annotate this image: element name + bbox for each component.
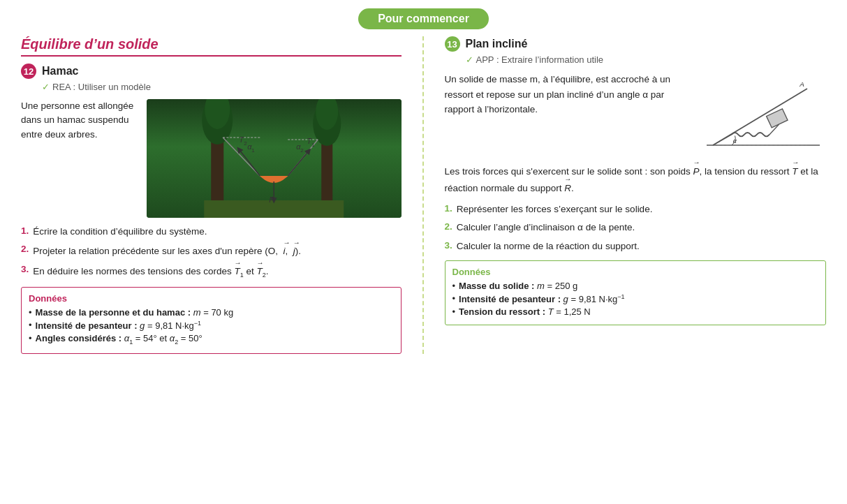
- page-wrapper: Pour commencer Équilibre d’un solide 12 …: [0, 0, 847, 504]
- pour-commencer-badge: Pour commencer: [358, 8, 489, 29]
- svg-line-13: [288, 151, 309, 176]
- competence-12-text: REA : Utiliser un modèle: [52, 82, 151, 92]
- question-13-2-text: Calculer l’angle d’inclinaison α de la p…: [457, 221, 635, 235]
- svg-line-11: [239, 149, 260, 176]
- hammock-image: T 2 T 1 P α 1 α 2 → → →: [147, 99, 402, 218]
- donnees-title-12: Données: [29, 293, 394, 304]
- exercise-12-title: Hamac: [42, 65, 78, 77]
- svg-text:→: →: [307, 135, 312, 142]
- question-12-3-text: En déduire les normes des tensions des c…: [33, 263, 268, 280]
- question-13-1: 1. Représenter les forces s’exerçant sur…: [445, 202, 827, 216]
- inclined-content-block: Un solide de masse m, à l’équilibre, est…: [445, 72, 827, 156]
- vector-R: → R: [564, 174, 571, 196]
- columns: Équilibre d’un solide 12 Hamac ✓ REA : U…: [21, 36, 826, 354]
- svg-text:A: A: [799, 80, 804, 88]
- question-12-1: 1. Écrire la condition d’équilibre du sy…: [21, 225, 402, 239]
- left-section-title: Équilibre d’un solide: [21, 36, 402, 57]
- donnees-item-12-1: Intensité de pesanteur : g = 9,81 N·kg−1: [29, 320, 394, 331]
- donnees-item-12-1-text: Intensité de pesanteur : g = 9,81 N·kg−1: [36, 320, 202, 331]
- hammock-content-block: Une personne est allongée dans un hamac …: [21, 99, 402, 218]
- svg-line-31: [713, 135, 732, 145]
- donnees-item-13-0: Masse du solide : m = 250 g: [452, 281, 819, 291]
- header-section: Pour commencer: [21, 0, 826, 36]
- donnees-box-12: Données Masse de la personne et du hamac…: [21, 287, 402, 354]
- donnees-item-13-0-text: Masse du solide : m = 250 g: [459, 281, 577, 291]
- exercise-12-competence: ✓ REA : Utiliser un modèle: [21, 82, 402, 92]
- hammock-intro-para: Une personne est allongée dans un hamac …: [21, 99, 140, 142]
- exercise-12-questions: 1. Écrire la condition d’équilibre du sy…: [21, 225, 402, 280]
- svg-text:2: 2: [300, 147, 304, 154]
- svg-text:→: →: [239, 134, 244, 140]
- question-13-3: 3. Calculer la norme de la réaction du s…: [445, 239, 827, 253]
- col-left: Équilibre d’un solide 12 Hamac ✓ REA : U…: [21, 36, 424, 354]
- inclined-plane-image: A α: [700, 72, 826, 156]
- exercise-13-competence: ✓ APP : Extraire l’information utile: [445, 54, 827, 65]
- vector-P: → P: [693, 157, 700, 179]
- question-12-2-num: 2.: [21, 243, 29, 258]
- check-icon-12: ✓: [42, 82, 50, 92]
- question-12-3-num: 3.: [21, 263, 29, 280]
- vector-j: → j: [293, 237, 295, 258]
- svg-text:α: α: [733, 138, 737, 144]
- question-13-2: 2. Calculer l’angle d’inclinaison α de l…: [445, 221, 827, 235]
- donnees-item-13-1: Intensité de pesanteur : g = 9,81 N·kg−1: [452, 293, 819, 304]
- donnees-item-12-2: Angles considérés : α1 = 54° et α2 = 50°: [29, 333, 394, 346]
- exercise-13-number: 13: [445, 36, 460, 52]
- question-12-2-text: Projeter la relation précédente sur les …: [33, 243, 301, 258]
- inclined-intro-text: Un solide de masse m, à l’équilibre, est…: [445, 72, 693, 156]
- question-12-2: 2. Projeter la relation précédente sur l…: [21, 243, 402, 258]
- donnees-item-13-2-text: Tension du ressort : T = 1,25 N: [459, 306, 591, 317]
- svg-text:→: →: [269, 194, 274, 200]
- svg-text:1: 1: [311, 142, 315, 148]
- hammock-svg: T 2 T 1 P α 1 α 2 → → →: [147, 99, 402, 218]
- forces-para: Les trois forces qui s'exercent sur le s…: [445, 163, 827, 195]
- vector-T2: → T: [256, 258, 262, 279]
- exercise-13-header: 13 Plan incliné: [445, 36, 827, 52]
- donnees-item-13-2: Tension du ressort : T = 1,25 N: [452, 306, 819, 317]
- competence-13-text: APP : Extraire l’information utile: [476, 54, 604, 65]
- question-12-1-num: 1.: [21, 225, 29, 239]
- donnees-item-12-2-text: Angles considérés : α1 = 54° et α2 = 50°: [36, 333, 202, 346]
- vector-T: → T: [792, 157, 797, 179]
- donnees-item-12-0: Masse de la personne et du hamac : m = 7…: [29, 307, 394, 318]
- vector-T1: → T: [234, 258, 240, 279]
- donnees-title-13: Données: [452, 267, 819, 277]
- col-right: 13 Plan incliné ✓ APP : Extraire l’infor…: [424, 36, 827, 354]
- forces-text-block: Les trois forces qui s'exercent sur le s…: [445, 163, 827, 195]
- question-13-2-num: 2.: [445, 221, 452, 235]
- question-13-1-text: Représenter les forces s’exerçant sur le…: [457, 202, 653, 216]
- check-icon-13: ✓: [466, 54, 473, 65]
- question-13-3-num: 3.: [445, 239, 452, 253]
- exercise-12-header: 12 Hamac: [21, 64, 402, 79]
- question-13-3-text: Calculer la norme de la réaction du supp…: [457, 239, 640, 253]
- exercise-12-number: 12: [21, 64, 36, 79]
- donnees-item-13-1-text: Intensité de pesanteur : g = 9,81 N·kg−1: [459, 293, 625, 304]
- donnees-item-12-0-text: Masse de la personne et du hamac : m = 7…: [36, 307, 234, 318]
- svg-text:1: 1: [251, 147, 255, 154]
- inclined-plane-svg: A α: [700, 72, 826, 156]
- question-12-1-text: Écrire la condition d’équilibre du systè…: [33, 225, 207, 239]
- question-12-3: 3. En déduire les normes des tensions de…: [21, 263, 402, 280]
- exercise-13-questions: 1. Représenter les forces s’exerçant sur…: [445, 202, 827, 253]
- vector-i: → i: [283, 237, 286, 258]
- donnees-box-13: Données Masse du solide : m = 250 g Inte…: [445, 260, 827, 325]
- question-13-1-num: 1.: [445, 202, 452, 216]
- hammock-intro-text: Une personne est allongée dans un hamac …: [21, 99, 140, 218]
- exercise-13-title: Plan incliné: [466, 38, 528, 50]
- inclined-intro-para1: Un solide de masse m, à l’équilibre, est…: [445, 72, 693, 117]
